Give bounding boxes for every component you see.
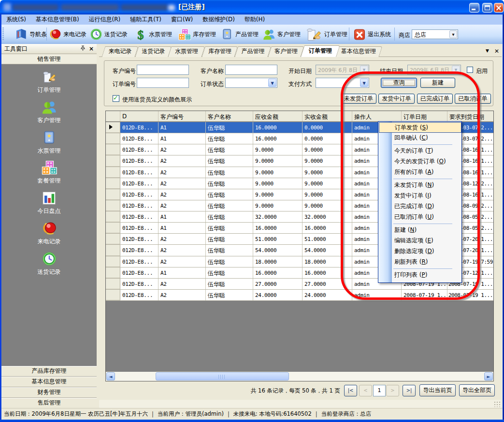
sidebar-section-sales[interactable]: 销售管理 <box>1 54 97 64</box>
menubar-item[interactable]: 辅助工具(T) <box>125 14 166 25</box>
tab-close-icon[interactable]: ✕ <box>494 48 502 55</box>
sidebar-group-1[interactable]: 产品库存管理 <box>1 366 97 377</box>
toolbar-button-bell[interactable]: 来电记录 <box>48 25 86 43</box>
toolbar-button-dollar[interactable]: $水票管理 <box>134 25 172 43</box>
cell-recv: 9.0000 <box>253 200 302 211</box>
sidebar-item-7[interactable]: 送货记录 <box>1 251 97 276</box>
close-button[interactable]: × <box>494 3 504 13</box>
toolbar-separator <box>46 28 47 41</box>
cell-recv: 16.0000 <box>253 133 302 144</box>
row-selector[interactable] <box>106 178 120 189</box>
row-selector[interactable] <box>106 122 120 133</box>
tab-产品管理[interactable]: 产品管理 <box>236 46 270 57</box>
toolbar-button-customers[interactable]: 客户管理 <box>262 25 301 43</box>
row-selector[interactable] <box>106 200 120 211</box>
scroll-right-icon[interactable]: ► <box>484 372 493 380</box>
tab-水票管理[interactable]: 水票管理 <box>170 46 203 57</box>
toolbar-button-order-scroll[interactable]: 订单管理 <box>304 25 347 43</box>
row-selector[interactable] <box>106 267 120 278</box>
toolbar-button-clock[interactable]: 送货记录 <box>89 25 128 43</box>
row-selector[interactable] <box>106 144 120 155</box>
tab-list-dropdown-icon[interactable]: ▼ <box>486 48 493 55</box>
tab-客户管理[interactable]: 客户管理 <box>270 46 302 57</box>
cell-recv: 9.0000 <box>253 178 302 189</box>
tab-订单管理[interactable]: 订单管理 <box>302 45 338 57</box>
sidebar-item-label: 来电记录 <box>1 238 97 246</box>
store-select[interactable]: 总店▼ <box>412 29 458 39</box>
customer-no-input[interactable] <box>137 65 189 75</box>
enable-checkbox[interactable] <box>467 67 473 73</box>
tool-window-header: 工具窗口 × <box>1 44 97 54</box>
scroll-left-icon[interactable]: ◄ <box>106 372 115 380</box>
toolbar-button-packages[interactable]: 库存管理 <box>178 25 216 43</box>
cell-recv: 32.0000 <box>253 211 302 222</box>
sidebar-group-2[interactable]: 基本信息管理 <box>1 377 97 387</box>
cell-name: 伍华聪 <box>206 200 253 211</box>
menubar-item[interactable]: 窗口(W) <box>166 14 198 25</box>
menubar-item[interactable]: 系统(S) <box>1 14 31 25</box>
row-selector[interactable] <box>106 234 120 244</box>
tab-库存管理[interactable]: 库存管理 <box>203 46 236 57</box>
menubar-item[interactable]: 运行信息(R) <box>84 14 126 25</box>
toolbar-button-product-card[interactable]: 产品管理 <box>220 25 259 43</box>
minimize-button[interactable] <box>469 3 479 13</box>
column-header-3[interactable]: 客户名称 <box>206 111 253 121</box>
sidebar-item-4[interactable]: 套餐管理 <box>1 159 97 185</box>
sidebar-item-6[interactable]: 来电记录 <box>1 220 97 246</box>
row-selector[interactable] <box>106 189 120 200</box>
order-status-select[interactable]: ▼ <box>225 78 277 88</box>
customer-name-input[interactable] <box>225 65 277 75</box>
sidebar-item-2[interactable]: 客户管理 <box>1 99 97 125</box>
tab-基本信息管理[interactable]: 基本信息管理 <box>336 46 381 57</box>
cell-cust: A1 <box>158 223 206 233</box>
row-selector[interactable] <box>106 279 120 289</box>
bell-icon <box>48 28 62 41</box>
export-current-page-button[interactable]: 导出当前页 <box>419 384 456 396</box>
horizontal-scrollbar[interactable]: ◄ ► <box>106 372 493 381</box>
toolbar-button-exit[interactable]: 退出系统 <box>353 25 391 43</box>
menubar-item[interactable]: 帮助(H) <box>240 14 270 25</box>
resize-grip[interactable] <box>494 401 501 407</box>
row-selector[interactable] <box>106 256 120 267</box>
row-selector[interactable] <box>106 211 120 222</box>
toolbar-grip[interactable] <box>2 28 4 41</box>
registered-badge: [已注册] <box>178 3 205 12</box>
row-selector[interactable] <box>106 245 120 255</box>
menubar-item[interactable]: 基本信息管理(B) <box>31 14 84 25</box>
toolbar-button-nav-book[interactable]: 导航条 <box>14 25 47 43</box>
tab-label: 产品管理 <box>242 48 265 55</box>
driver-color-checkbox[interactable]: ✓ <box>113 95 119 102</box>
next-page-button[interactable]: > <box>386 385 399 396</box>
scrollbar-thumb[interactable] <box>156 372 289 380</box>
tab-送货记录[interactable]: 送货记录 <box>137 46 170 57</box>
pin-icon[interactable] <box>81 45 85 53</box>
column-header[interactable] <box>106 111 120 121</box>
page-number-input[interactable]: 1 <box>373 385 386 396</box>
statusbar-segment-4: 当前登录商店：总店 <box>321 410 372 418</box>
column-header-4[interactable]: 应收金额 <box>253 111 302 121</box>
cell-name: 伍华聪 <box>206 245 253 255</box>
menubar-item[interactable]: 数据维护(D) <box>198 14 240 25</box>
column-header-2[interactable]: 客户编号 <box>158 111 206 121</box>
tab-来电记录[interactable]: 来电记录 <box>103 46 137 57</box>
sidebar-group-4[interactable]: 售后管理 <box>1 398 97 408</box>
row-selector[interactable] <box>106 290 120 300</box>
export-all-pages-button[interactable]: 导出全部页 <box>459 384 495 396</box>
sidebar-item-3[interactable]: 水票管理 <box>1 129 97 155</box>
row-selector[interactable] <box>106 133 120 144</box>
sidebar-item-5[interactable]: 今日盘点 <box>1 190 97 215</box>
row-selector[interactable] <box>106 223 120 233</box>
maximize-button[interactable] <box>482 3 492 13</box>
prev-page-button[interactable]: < <box>359 385 372 396</box>
first-page-button[interactable]: |< <box>344 385 357 396</box>
tool-window-close-icon[interactable]: × <box>89 45 94 52</box>
row-selector[interactable] <box>106 167 120 178</box>
order-no-input[interactable] <box>137 78 189 88</box>
cell-recv: 24.0000 <box>253 290 302 300</box>
sidebar-group-3[interactable]: 财务管理 <box>1 387 97 398</box>
column-header-1[interactable]: D <box>120 111 158 121</box>
sidebar-item-1[interactable]: 订单管理 <box>1 69 97 94</box>
svg-text:$: $ <box>138 28 144 42</box>
last-page-button[interactable]: >| <box>403 385 416 396</box>
row-selector[interactable] <box>106 155 120 166</box>
